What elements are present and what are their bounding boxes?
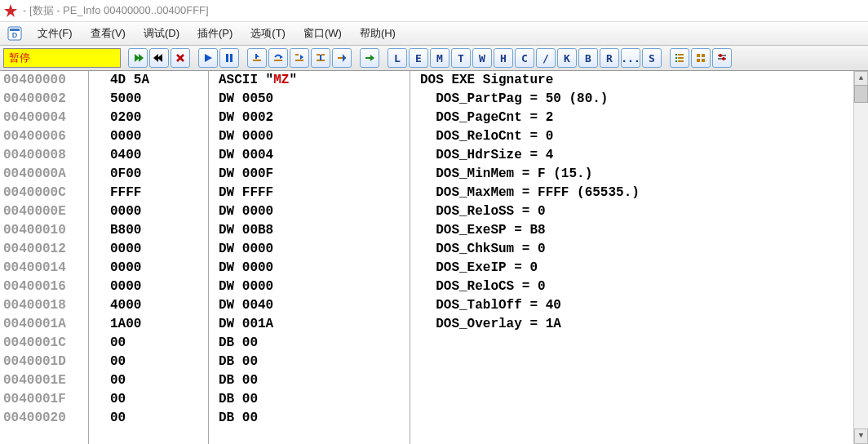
letter-button-L[interactable]: L <box>388 48 407 68</box>
address-cell: 00400006 <box>0 127 88 146</box>
svg-rect-32 <box>678 57 684 59</box>
letter-button-M[interactable]: M <box>430 48 450 68</box>
comment-cell: DOS EXE Signature <box>410 71 868 90</box>
list-view-button[interactable] <box>670 48 689 68</box>
svg-rect-21 <box>317 54 320 56</box>
disasm-cell: DB 00 <box>209 371 410 390</box>
toolbar: 暂停 LEMTWHC/KBR...S <box>0 46 868 71</box>
comment-cell <box>410 353 868 371</box>
menu-view[interactable]: 查看(V) <box>87 24 129 42</box>
disasm-cell: DW 0000 <box>209 240 410 259</box>
comment-cell <box>410 390 868 409</box>
hex-cell: 0200 <box>89 109 208 127</box>
letter-button-x[interactable]: / <box>536 48 556 68</box>
hex-cell: 0000 <box>89 127 208 146</box>
step-into-button[interactable] <box>247 48 267 68</box>
svg-rect-11 <box>226 54 228 62</box>
comment-cell <box>410 371 868 390</box>
disasm-cell: DB 00 <box>209 409 410 428</box>
letter-button-K[interactable]: K <box>557 48 577 68</box>
column-hex: 4D 5A50000200000004000F00FFFF0000B800000… <box>89 71 209 444</box>
menu-plugins[interactable]: 插件(P) <box>194 24 236 42</box>
svg-marker-7 <box>153 54 158 62</box>
letter-button-R[interactable]: R <box>600 48 619 68</box>
comment-cell: DOS_MaxMem = FFFF (65535.) <box>410 184 868 202</box>
svg-marker-0 <box>4 4 17 17</box>
svg-marker-28 <box>370 55 374 61</box>
disasm-cell: DW 0002 <box>209 109 410 127</box>
address-cell: 00400008 <box>0 146 88 165</box>
scroll-thumb[interactable] <box>854 85 868 103</box>
letter-button-H[interactable]: H <box>494 48 513 68</box>
address-cell: 00400020 <box>0 409 88 428</box>
svg-rect-37 <box>697 59 700 62</box>
comment-cell: DOS_PageCnt = 2 <box>410 109 868 127</box>
step-over-button[interactable] <box>268 48 288 68</box>
restart-button[interactable] <box>128 48 148 68</box>
disasm-cell: ASCII "MZ" <box>209 71 410 90</box>
address-cell: 0040001F <box>0 390 88 409</box>
window-title: - [数据 - PE_Info 00400000..00400FFF] <box>23 3 209 18</box>
menu-file[interactable]: 文件(F) <box>34 24 76 42</box>
menu-help[interactable]: 帮助(H) <box>356 24 399 42</box>
address-cell: 0040001A <box>0 315 88 334</box>
address-cell: 0040000C <box>0 184 88 202</box>
svg-marker-5 <box>139 54 144 62</box>
menu-app-icon[interactable]: D <box>7 25 23 42</box>
hex-cell: 0F00 <box>89 165 208 184</box>
disasm-cell: DB 00 <box>209 390 410 409</box>
comment-cell: DOS_MinMem = F (15.) <box>410 165 868 184</box>
svg-rect-36 <box>702 54 705 57</box>
hex-cell: 00 <box>89 409 208 428</box>
address-cell: 0040000E <box>0 202 88 221</box>
rewind-button[interactable] <box>149 48 169 68</box>
svg-point-41 <box>719 54 722 57</box>
trace-over-button[interactable] <box>311 48 330 68</box>
disasm-cell: DW 000F <box>209 165 410 184</box>
hex-cell: 5000 <box>89 90 208 109</box>
comment-cell <box>410 409 868 428</box>
hex-cell: 4000 <box>89 296 208 315</box>
settings-button[interactable] <box>712 48 732 68</box>
address-cell: 00400018 <box>0 296 88 315</box>
column-address: 0040000000400002004000040040000600400008… <box>0 71 89 444</box>
comment-cell: DOS_ChkSum = 0 <box>410 240 868 259</box>
trace-into-button[interactable] <box>290 48 309 68</box>
disasm-cell: DW 001A <box>209 315 410 334</box>
execute-till-return-button[interactable] <box>332 48 352 68</box>
hex-cell: 0400 <box>89 146 208 165</box>
app-icon <box>3 3 18 18</box>
goto-button[interactable] <box>360 48 379 68</box>
letter-button-C[interactable]: C <box>515 48 534 68</box>
scroll-down-button[interactable]: ▼ <box>854 428 868 444</box>
hex-cell: 00 <box>89 334 208 353</box>
svg-marker-20 <box>300 55 303 60</box>
letter-button-xxx[interactable]: ... <box>621 48 640 68</box>
status-paused: 暂停 <box>3 48 121 68</box>
svg-rect-19 <box>295 60 303 61</box>
pause-button[interactable] <box>219 48 239 68</box>
column-comment: DOS EXE Signature DOS_PartPag = 50 (80.)… <box>410 71 868 444</box>
svg-rect-12 <box>230 54 232 62</box>
letter-button-W[interactable]: W <box>472 48 492 68</box>
menu-window[interactable]: 窗口(W) <box>300 24 345 42</box>
letter-button-S[interactable]: S <box>642 48 662 68</box>
svg-rect-13 <box>253 60 261 61</box>
svg-marker-26 <box>343 54 346 62</box>
run-button[interactable] <box>198 48 218 68</box>
letter-button-T[interactable]: T <box>451 48 471 68</box>
svg-rect-30 <box>678 54 684 56</box>
vertical-scrollbar[interactable]: ▲ ▼ <box>853 71 868 444</box>
comment-cell: DOS_PartPag = 50 (80.) <box>410 90 868 109</box>
grid-view-button[interactable] <box>691 48 711 68</box>
menu-options[interactable]: 选项(T) <box>247 24 289 42</box>
comment-cell: DOS_ReloSS = 0 <box>410 202 868 221</box>
close-button[interactable] <box>170 48 190 68</box>
hex-dump-panel[interactable]: 0040000000400002004000040040000600400008… <box>0 71 868 444</box>
hex-cell: 0000 <box>89 259 208 278</box>
menu-debug[interactable]: 调试(D) <box>140 24 183 42</box>
letter-button-B[interactable]: B <box>578 48 598 68</box>
letter-button-E[interactable]: E <box>409 48 428 68</box>
address-cell: 00400004 <box>0 109 88 127</box>
hex-cell: 0000 <box>89 202 208 221</box>
